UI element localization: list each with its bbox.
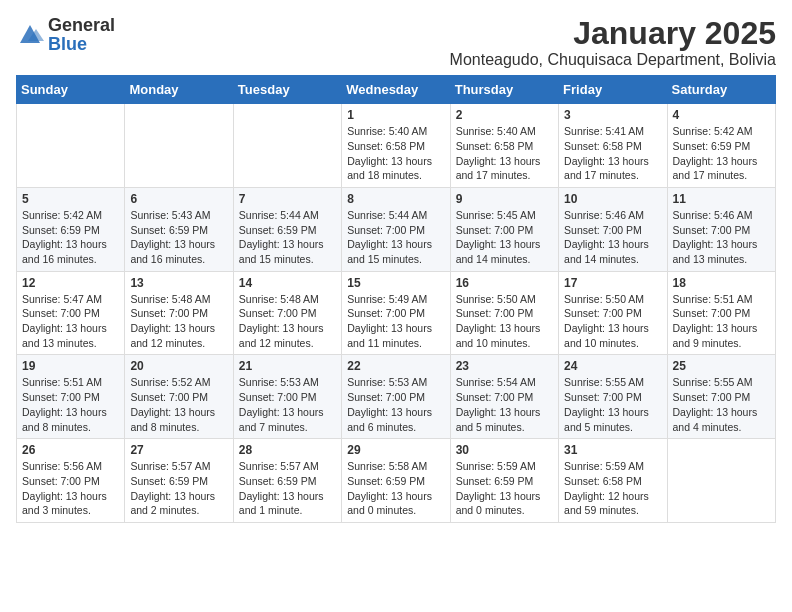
day-info: Sunrise: 5:51 AMSunset: 7:00 PMDaylight:… [673, 292, 770, 351]
calendar-cell: 29Sunrise: 5:58 AMSunset: 6:59 PMDayligh… [342, 439, 450, 523]
day-number: 23 [456, 359, 553, 373]
calendar: SundayMondayTuesdayWednesdayThursdayFrid… [16, 75, 776, 523]
calendar-cell: 27Sunrise: 5:57 AMSunset: 6:59 PMDayligh… [125, 439, 233, 523]
calendar-week-row: 19Sunrise: 5:51 AMSunset: 7:00 PMDayligh… [17, 355, 776, 439]
day-info: Sunrise: 5:50 AMSunset: 7:00 PMDaylight:… [456, 292, 553, 351]
calendar-cell: 22Sunrise: 5:53 AMSunset: 7:00 PMDayligh… [342, 355, 450, 439]
day-number: 20 [130, 359, 227, 373]
calendar-cell: 11Sunrise: 5:46 AMSunset: 7:00 PMDayligh… [667, 187, 775, 271]
day-info: Sunrise: 5:52 AMSunset: 7:00 PMDaylight:… [130, 375, 227, 434]
day-info: Sunrise: 5:49 AMSunset: 7:00 PMDaylight:… [347, 292, 444, 351]
logo-text-general: General [48, 15, 115, 35]
calendar-body: 1Sunrise: 5:40 AMSunset: 6:58 PMDaylight… [17, 104, 776, 523]
calendar-cell: 1Sunrise: 5:40 AMSunset: 6:58 PMDaylight… [342, 104, 450, 188]
day-number: 8 [347, 192, 444, 206]
day-number: 5 [22, 192, 119, 206]
calendar-cell: 21Sunrise: 5:53 AMSunset: 7:00 PMDayligh… [233, 355, 341, 439]
calendar-cell: 2Sunrise: 5:40 AMSunset: 6:58 PMDaylight… [450, 104, 558, 188]
day-info: Sunrise: 5:44 AMSunset: 7:00 PMDaylight:… [347, 208, 444, 267]
calendar-cell: 4Sunrise: 5:42 AMSunset: 6:59 PMDaylight… [667, 104, 775, 188]
calendar-cell [17, 104, 125, 188]
calendar-cell: 13Sunrise: 5:48 AMSunset: 7:00 PMDayligh… [125, 271, 233, 355]
day-info: Sunrise: 5:40 AMSunset: 6:58 PMDaylight:… [456, 124, 553, 183]
weekday-header-friday: Friday [559, 76, 667, 104]
day-info: Sunrise: 5:46 AMSunset: 7:00 PMDaylight:… [673, 208, 770, 267]
calendar-cell: 24Sunrise: 5:55 AMSunset: 7:00 PMDayligh… [559, 355, 667, 439]
day-info: Sunrise: 5:55 AMSunset: 7:00 PMDaylight:… [673, 375, 770, 434]
day-number: 2 [456, 108, 553, 122]
day-number: 30 [456, 443, 553, 457]
day-number: 7 [239, 192, 336, 206]
calendar-cell: 9Sunrise: 5:45 AMSunset: 7:00 PMDaylight… [450, 187, 558, 271]
day-info: Sunrise: 5:48 AMSunset: 7:00 PMDaylight:… [239, 292, 336, 351]
calendar-cell: 20Sunrise: 5:52 AMSunset: 7:00 PMDayligh… [125, 355, 233, 439]
calendar-cell: 6Sunrise: 5:43 AMSunset: 6:59 PMDaylight… [125, 187, 233, 271]
weekday-header-wednesday: Wednesday [342, 76, 450, 104]
day-number: 12 [22, 276, 119, 290]
day-number: 13 [130, 276, 227, 290]
calendar-cell [233, 104, 341, 188]
calendar-cell [125, 104, 233, 188]
weekday-header-tuesday: Tuesday [233, 76, 341, 104]
calendar-cell: 30Sunrise: 5:59 AMSunset: 6:59 PMDayligh… [450, 439, 558, 523]
day-number: 9 [456, 192, 553, 206]
day-number: 24 [564, 359, 661, 373]
day-info: Sunrise: 5:45 AMSunset: 7:00 PMDaylight:… [456, 208, 553, 267]
day-info: Sunrise: 5:59 AMSunset: 6:59 PMDaylight:… [456, 459, 553, 518]
calendar-cell: 17Sunrise: 5:50 AMSunset: 7:00 PMDayligh… [559, 271, 667, 355]
day-number: 22 [347, 359, 444, 373]
day-info: Sunrise: 5:44 AMSunset: 6:59 PMDaylight:… [239, 208, 336, 267]
day-number: 31 [564, 443, 661, 457]
calendar-cell: 18Sunrise: 5:51 AMSunset: 7:00 PMDayligh… [667, 271, 775, 355]
day-info: Sunrise: 5:55 AMSunset: 7:00 PMDaylight:… [564, 375, 661, 434]
calendar-cell: 26Sunrise: 5:56 AMSunset: 7:00 PMDayligh… [17, 439, 125, 523]
calendar-cell: 3Sunrise: 5:41 AMSunset: 6:58 PMDaylight… [559, 104, 667, 188]
day-number: 27 [130, 443, 227, 457]
day-number: 26 [22, 443, 119, 457]
logo: General Blue [16, 16, 115, 54]
day-number: 25 [673, 359, 770, 373]
weekday-header-monday: Monday [125, 76, 233, 104]
day-number: 18 [673, 276, 770, 290]
day-info: Sunrise: 5:53 AMSunset: 7:00 PMDaylight:… [347, 375, 444, 434]
day-number: 4 [673, 108, 770, 122]
day-number: 29 [347, 443, 444, 457]
logo-icon [16, 21, 44, 49]
day-number: 1 [347, 108, 444, 122]
day-number: 11 [673, 192, 770, 206]
day-info: Sunrise: 5:42 AMSunset: 6:59 PMDaylight:… [22, 208, 119, 267]
calendar-header-row: SundayMondayTuesdayWednesdayThursdayFrid… [17, 76, 776, 104]
calendar-cell: 23Sunrise: 5:54 AMSunset: 7:00 PMDayligh… [450, 355, 558, 439]
calendar-cell: 28Sunrise: 5:57 AMSunset: 6:59 PMDayligh… [233, 439, 341, 523]
title-area: January 2025 Monteagudo, Chuquisaca Depa… [450, 16, 776, 69]
day-number: 17 [564, 276, 661, 290]
weekday-header-sunday: Sunday [17, 76, 125, 104]
day-info: Sunrise: 5:46 AMSunset: 7:00 PMDaylight:… [564, 208, 661, 267]
calendar-cell: 5Sunrise: 5:42 AMSunset: 6:59 PMDaylight… [17, 187, 125, 271]
day-info: Sunrise: 5:51 AMSunset: 7:00 PMDaylight:… [22, 375, 119, 434]
calendar-week-row: 12Sunrise: 5:47 AMSunset: 7:00 PMDayligh… [17, 271, 776, 355]
calendar-cell: 19Sunrise: 5:51 AMSunset: 7:00 PMDayligh… [17, 355, 125, 439]
calendar-week-row: 26Sunrise: 5:56 AMSunset: 7:00 PMDayligh… [17, 439, 776, 523]
calendar-cell: 25Sunrise: 5:55 AMSunset: 7:00 PMDayligh… [667, 355, 775, 439]
day-number: 19 [22, 359, 119, 373]
weekday-header-thursday: Thursday [450, 76, 558, 104]
day-number: 14 [239, 276, 336, 290]
day-info: Sunrise: 5:43 AMSunset: 6:59 PMDaylight:… [130, 208, 227, 267]
day-info: Sunrise: 5:54 AMSunset: 7:00 PMDaylight:… [456, 375, 553, 434]
day-info: Sunrise: 5:42 AMSunset: 6:59 PMDaylight:… [673, 124, 770, 183]
calendar-cell: 7Sunrise: 5:44 AMSunset: 6:59 PMDaylight… [233, 187, 341, 271]
day-number: 28 [239, 443, 336, 457]
calendar-cell: 14Sunrise: 5:48 AMSunset: 7:00 PMDayligh… [233, 271, 341, 355]
calendar-week-row: 5Sunrise: 5:42 AMSunset: 6:59 PMDaylight… [17, 187, 776, 271]
day-number: 10 [564, 192, 661, 206]
month-title: January 2025 [450, 16, 776, 51]
day-info: Sunrise: 5:57 AMSunset: 6:59 PMDaylight:… [130, 459, 227, 518]
calendar-week-row: 1Sunrise: 5:40 AMSunset: 6:58 PMDaylight… [17, 104, 776, 188]
calendar-cell: 8Sunrise: 5:44 AMSunset: 7:00 PMDaylight… [342, 187, 450, 271]
day-info: Sunrise: 5:57 AMSunset: 6:59 PMDaylight:… [239, 459, 336, 518]
day-number: 3 [564, 108, 661, 122]
day-number: 21 [239, 359, 336, 373]
day-info: Sunrise: 5:47 AMSunset: 7:00 PMDaylight:… [22, 292, 119, 351]
calendar-cell: 12Sunrise: 5:47 AMSunset: 7:00 PMDayligh… [17, 271, 125, 355]
